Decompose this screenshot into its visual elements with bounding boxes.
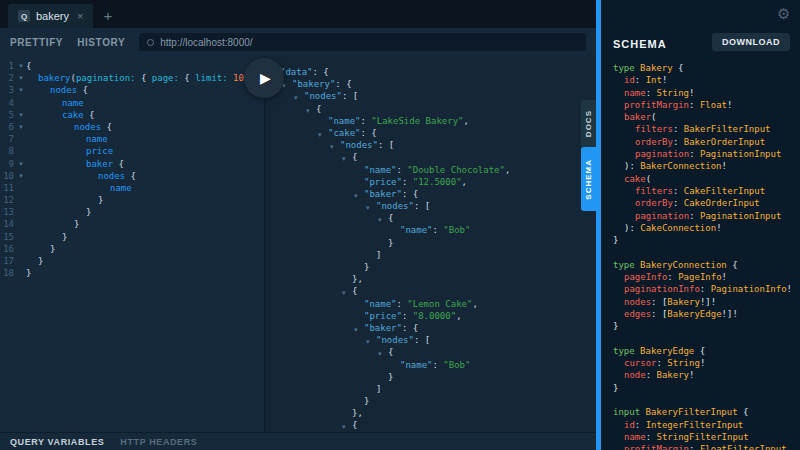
code-token: { <box>26 61 31 71</box>
prettify-button[interactable]: PRETTIFY <box>10 37 63 48</box>
execute-button[interactable]: ▶ <box>244 58 284 98</box>
code-token: : <box>397 299 408 309</box>
query-line: 11name <box>0 182 264 194</box>
code-token: , <box>462 177 467 187</box>
code-token: "price" <box>364 177 402 187</box>
code-token: nodes <box>624 297 651 307</box>
code-token: StringFilterInput <box>657 432 749 442</box>
tab-bakery[interactable]: Q bakery × <box>8 4 93 28</box>
results-viewer[interactable]: ▾"data": {▾"bakery": {▾"nodes": [▾{"name… <box>266 56 596 432</box>
schema-line: orderBy: CakeOrderInput <box>613 197 798 209</box>
schema-line <box>613 333 798 345</box>
code-token: Bakery <box>667 297 700 307</box>
fold-arrow-icon[interactable]: ▾ <box>16 60 26 72</box>
http-headers-toggle[interactable]: HTTP HEADERS <box>120 437 197 447</box>
code-token: PaginationInfo <box>711 284 787 294</box>
query-line: 9▾baker { <box>0 158 264 170</box>
code-token: CakeOrderInput <box>684 198 760 208</box>
line-number: 6 <box>0 121 16 133</box>
code-token: "cake" <box>328 128 361 138</box>
fold-gutter <box>16 133 26 145</box>
code-token: Bakery <box>657 370 690 380</box>
code-token: } <box>98 195 103 205</box>
schema-line: } <box>613 382 798 394</box>
code-token: { <box>184 73 195 83</box>
code-token: pagination <box>635 211 689 221</box>
code-token: "Lemon Cake" <box>407 299 472 309</box>
schema-line: filters: CakeFilterInput <box>613 185 798 197</box>
fold-arrow-icon[interactable]: ▾ <box>16 121 26 133</box>
operations-toolbar: PRETTIFY HISTORY http://localhost:8000/ <box>0 28 596 56</box>
history-button[interactable]: HISTORY <box>77 37 125 48</box>
fold-gutter <box>16 231 26 243</box>
line-number: 10 <box>0 170 16 182</box>
code-token: { <box>125 171 136 181</box>
code-token: cake <box>624 174 646 184</box>
code-token: : <box>397 165 408 175</box>
code-token: : [ <box>651 309 667 319</box>
code-token: ! <box>787 284 792 294</box>
schema-sdl-view[interactable]: type Bakery {id: Int!name: String!profit… <box>613 62 798 450</box>
settings-gear-icon[interactable]: ⚙ <box>777 5 790 23</box>
schema-line: pagination: PaginationInput <box>613 148 798 160</box>
result-line: } <box>266 237 596 249</box>
schema-line: } <box>613 234 798 246</box>
code-token: pagination <box>635 149 689 159</box>
result-line: ▾{ <box>266 346 596 358</box>
code-token: : <box>361 116 372 126</box>
code-token: { <box>352 420 357 430</box>
fold-arrow-icon[interactable]: ▾ <box>342 421 346 432</box>
result-line: ▾"nodes": [ <box>266 200 596 212</box>
code-token: : <box>667 272 678 282</box>
code-token: BakerOrderInput <box>684 137 765 147</box>
download-schema-button[interactable]: DOWNLOAD <box>712 33 790 51</box>
schema-line: filters: BakerFilterInput <box>613 123 798 135</box>
schema-side-tab[interactable]: SCHEMA <box>581 147 596 211</box>
code-token: : <box>402 177 413 187</box>
code-token: baker <box>86 159 113 169</box>
docs-side-tab-label: DOCS <box>584 110 593 137</box>
line-number: 15 <box>0 231 16 243</box>
code-token: }, <box>352 274 363 284</box>
code-token: name <box>62 98 84 108</box>
query-line: 8price <box>0 145 264 157</box>
fold-arrow-icon[interactable]: ▾ <box>16 109 26 121</box>
code-token: : <box>433 360 444 370</box>
result-line: ▾{ <box>266 103 596 115</box>
code-token: : <box>689 211 700 221</box>
code-token: "baker" <box>364 323 402 333</box>
endpoint-url-input[interactable]: http://localhost:8000/ <box>139 33 586 51</box>
close-tab-icon[interactable]: × <box>75 10 83 22</box>
fold-arrow-icon[interactable]: ▾ <box>16 84 26 96</box>
code-token: : <box>673 186 684 196</box>
line-number: 14 <box>0 218 16 230</box>
code-token: { <box>84 110 95 120</box>
query-editor[interactable]: 1▾{2▾bakery(pagination: { page: { limit:… <box>0 56 264 432</box>
query-variables-toggle[interactable]: QUERY VARIABLES <box>10 437 104 447</box>
docs-side-tab[interactable]: DOCS <box>581 100 596 147</box>
schema-line: cake( <box>613 173 798 185</box>
code-token: cursor <box>624 358 657 368</box>
fold-arrow-icon[interactable]: ▾ <box>16 72 26 84</box>
fold-arrow-icon[interactable]: ▾ <box>16 170 26 182</box>
fold-arrow-icon[interactable]: ▾ <box>16 158 26 170</box>
editor-footer: QUERY VARIABLES HTTP HEADERS <box>0 432 596 450</box>
code-token: , <box>456 311 461 321</box>
schema-panel: SCHEMA DOWNLOAD type Bakery {id: Int!nam… <box>601 0 800 450</box>
code-token: name <box>624 88 646 98</box>
schema-line: orderBy: BakerOrderInput <box>613 136 798 148</box>
code-token: { <box>77 85 88 95</box>
add-tab-button[interactable]: + <box>103 7 112 24</box>
result-line: ▾"nodes": [ <box>266 90 596 102</box>
code-token: } <box>74 219 79 229</box>
code-token: name <box>110 183 132 193</box>
code-token: ! <box>700 358 705 368</box>
code-token: { <box>141 73 152 83</box>
result-line: "name": "Double Chocolate", <box>266 164 596 176</box>
line-number: 1 <box>0 60 16 72</box>
result-line: } <box>266 261 596 273</box>
schema-line: type BakeryEdge { <box>613 345 798 357</box>
code-token: { <box>101 122 112 132</box>
query-line: 2▾bakery(pagination: { page: { limit: 10… <box>0 72 264 84</box>
code-token: : [ <box>651 297 667 307</box>
